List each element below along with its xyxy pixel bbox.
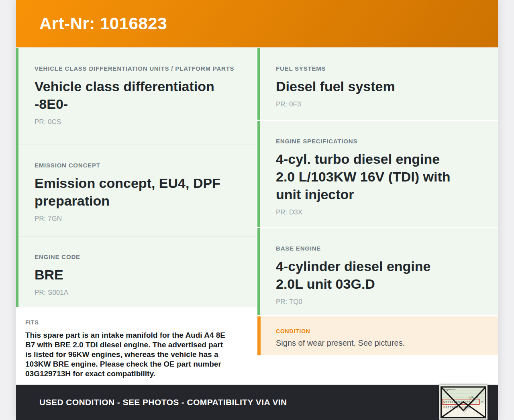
spec-label: ENGINE CODE xyxy=(35,253,241,261)
article-number-title: Art-Nr: 1016823 xyxy=(16,14,167,33)
spec-label: EMISSION CONCEPT xyxy=(35,161,241,169)
spec-label: FUEL SYSTEMS xyxy=(276,65,482,73)
spec-card-engine-code: ENGINE CODE BRE PR: S001A xyxy=(18,237,257,307)
footer-notice: USED CONDITION - SEE PHOTOS - COMPATIBIL… xyxy=(16,398,287,407)
pr-code: PR: D3X xyxy=(276,208,482,216)
footer-bar: USED CONDITION - SEE PHOTOS - COMPATIBIL… xyxy=(16,385,498,420)
fits-description: This spare part is an intake manifold fo… xyxy=(25,330,231,379)
spec-group-left: VEHICLE CLASS DIFFERENTIATION UNITS / PL… xyxy=(16,48,257,307)
envelope-over-registration-icon: Fahrgestell-Nr. [4] A W??71463J31??8 7 M… xyxy=(441,386,486,418)
fits-card: FITS This spare part is an intake manifo… xyxy=(16,308,257,385)
spec-value: Vehicle class differentiation -8E0- xyxy=(35,77,241,113)
spec-card-fuel-systems: FUEL SYSTEMS Diesel fuel system PR: 0F3 xyxy=(257,48,498,120)
spec-label: BASE ENGINE xyxy=(276,245,482,253)
spec-card-emission-concept: EMISSION CONCEPT Emission concept, EU4, … xyxy=(18,145,257,236)
listing-sheet: Art-Nr: 1016823 VEHICLE CLASS DIFFERENTI… xyxy=(16,0,498,420)
pr-code: PR: 7GN xyxy=(35,215,241,223)
spec-value: 4-cyl. turbo diesel engine 2.0 L/103KW 1… xyxy=(276,150,457,203)
left-column: VEHICLE CLASS DIFFERENTIATION UNITS / PL… xyxy=(16,48,257,385)
empty-space xyxy=(257,357,498,385)
condition-label: CONDITION xyxy=(276,327,482,335)
spec-value: Emission concept, EU4, DPF preparation xyxy=(35,174,241,210)
condition-card: CONDITION Signs of wear present. See pic… xyxy=(257,316,498,355)
spec-value: 4-cylinder diesel engine 2.0L unit 03G.D xyxy=(276,257,457,293)
header-banner: Art-Nr: 1016823 xyxy=(16,0,498,47)
pr-code: PR: S001A xyxy=(35,289,241,297)
fits-label: FITS xyxy=(25,318,247,326)
spec-columns: VEHICLE CLASS DIFFERENTIATION UNITS / PL… xyxy=(16,48,498,385)
spec-label: VEHICLE CLASS DIFFERENTIATION UNITS / PL… xyxy=(35,65,241,73)
spec-card-engine-specifications: ENGINE SPECIFICATIONS 4-cyl. turbo diese… xyxy=(257,121,498,227)
vin-text: W??71463J31??8 xyxy=(443,401,473,404)
pr-code: PR: 0F3 xyxy=(276,100,482,108)
pr-code: PR: TQ0 xyxy=(276,298,482,306)
spec-card-base-engine: BASE ENGINE 4-cylinder diesel engine 2.0… xyxy=(257,228,498,315)
right-column: FUEL SYSTEMS Diesel fuel system PR: 0F3 … xyxy=(257,48,498,385)
vin-suffix: 7 xyxy=(481,401,483,404)
spec-value: BRE xyxy=(35,266,241,283)
pr-code: PR: 0CS xyxy=(35,118,241,126)
spec-label: ENGINE SPECIFICATIONS xyxy=(276,137,482,145)
vin-document-envelope-image: Fahrgestell-Nr. [4] A W??71463J31??8 7 M… xyxy=(439,385,487,420)
spec-value: Diesel fuel system xyxy=(276,77,457,95)
spec-card-vehicle-class: VEHICLE CLASS DIFFERENTIATION UNITS / PL… xyxy=(18,48,257,145)
condition-text: Signs of wear present. See pictures. xyxy=(276,338,482,348)
